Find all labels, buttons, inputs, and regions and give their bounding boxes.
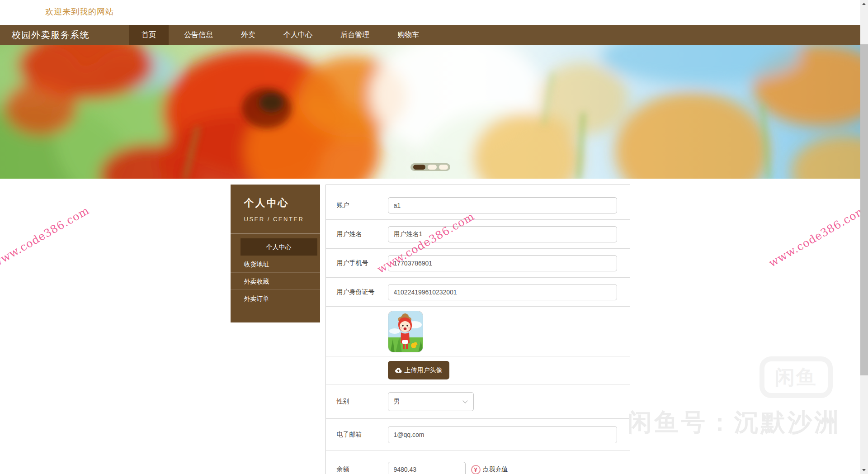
carousel-dot-1[interactable]: [413, 165, 425, 170]
scrollbar-up-arrow[interactable]: [860, 0, 868, 8]
id-number-input[interactable]: [388, 284, 617, 300]
phone-row: 用户手机号: [326, 249, 630, 278]
email-label: 电子邮箱: [337, 431, 388, 439]
sidebar-item-shipping-address[interactable]: 收货地址: [231, 256, 320, 273]
profile-form-panel: 账户 用户姓名 用户手机号 用户身份证号: [326, 185, 630, 474]
username-input[interactable]: [388, 226, 617, 242]
sidebar-item-takeout-orders[interactable]: 外卖订单: [231, 290, 320, 307]
welcome-bar: 欢迎来到我的网站: [0, 0, 860, 25]
upload-avatar-button[interactable]: 上传用户头像: [388, 361, 449, 379]
nav-item-user-center[interactable]: 个人中心: [271, 25, 325, 45]
avatar-image: [388, 311, 423, 352]
gender-row: 性别 男: [326, 384, 630, 419]
username-label: 用户姓名: [337, 230, 388, 238]
upload-avatar-label: 上传用户头像: [405, 366, 443, 374]
nav-item-admin[interactable]: 后台管理: [328, 25, 382, 45]
cloud-upload-icon: [395, 367, 402, 374]
nav-item-cart[interactable]: 购物车: [385, 25, 432, 45]
vertical-scrollbar[interactable]: [860, 0, 868, 474]
gender-selected-value: 男: [394, 398, 400, 406]
sidebar-divider: [231, 233, 320, 234]
page: 欢迎来到我的网站 校园外卖服务系统 首页 公告信息 外卖 个人中心 后台管理 购…: [0, 0, 860, 474]
nav-item-home[interactable]: 首页: [129, 25, 169, 45]
main-content: 个人中心 USER / CENTER 个人中心 收货地址 外卖收藏 外卖订单 账…: [231, 185, 630, 474]
chevron-down-icon: [462, 398, 467, 403]
phone-input[interactable]: [388, 255, 617, 271]
welcome-text: 欢迎来到我的网站: [45, 6, 114, 17]
recharge-link[interactable]: 点我充值: [483, 465, 508, 474]
sidebar-menu: 个人中心 收货地址 外卖收藏 外卖订单: [231, 238, 320, 307]
id-number-label: 用户身份证号: [337, 288, 388, 296]
site-brand: 校园外卖服务系统: [12, 25, 90, 45]
carousel-indicator: [410, 163, 450, 171]
sidebar-title: 个人中心: [244, 196, 320, 210]
account-input[interactable]: [388, 197, 617, 213]
scrollbar-thumb[interactable]: [860, 44, 868, 375]
balance-label: 余额: [337, 465, 388, 474]
user-avatar: [388, 311, 423, 352]
email-row: 电子邮箱: [326, 419, 630, 450]
nav-item-announcements[interactable]: 公告信息: [171, 25, 226, 45]
application-window: 欢迎来到我的网站 校园外卖服务系统 首页 公告信息 外卖 个人中心 后台管理 购…: [0, 0, 868, 474]
sidebar-subtitle: USER / CENTER: [244, 216, 320, 223]
phone-label: 用户手机号: [337, 259, 388, 267]
scrollbar-down-arrow[interactable]: [860, 466, 868, 474]
user-center-sidebar: 个人中心 USER / CENTER 个人中心 收货地址 外卖收藏 外卖订单: [231, 185, 320, 322]
account-label: 账户: [337, 201, 388, 209]
account-row: 账户: [326, 191, 630, 220]
gender-select[interactable]: 男: [388, 392, 474, 411]
banner-image: [0, 45, 860, 179]
nav-menu: 首页 公告信息 外卖 个人中心 后台管理 购物车: [129, 25, 434, 45]
balance-row: 余额 ¥ 点我充值: [326, 450, 630, 474]
upload-row: 上传用户头像: [326, 356, 630, 384]
gender-label: 性别: [337, 398, 388, 406]
recharge-group: ¥ 点我充值: [471, 465, 508, 474]
yen-circle-icon: ¥: [471, 465, 481, 474]
hero-carousel: [0, 45, 860, 179]
id-number-row: 用户身份证号: [326, 278, 630, 307]
carousel-dot-3[interactable]: [439, 165, 448, 170]
avatar-row: [326, 307, 630, 356]
email-input[interactable]: [388, 426, 617, 443]
main-navbar: 校园外卖服务系统 首页 公告信息 外卖 个人中心 后台管理 购物车: [0, 25, 860, 45]
carousel-dot-2[interactable]: [428, 165, 437, 170]
sidebar-item-takeout-favorites[interactable]: 外卖收藏: [231, 273, 320, 290]
sidebar-item-user-center[interactable]: 个人中心: [241, 238, 317, 256]
username-row: 用户姓名: [326, 220, 630, 249]
nav-item-takeout[interactable]: 外卖: [228, 25, 268, 45]
balance-input[interactable]: [388, 462, 466, 474]
